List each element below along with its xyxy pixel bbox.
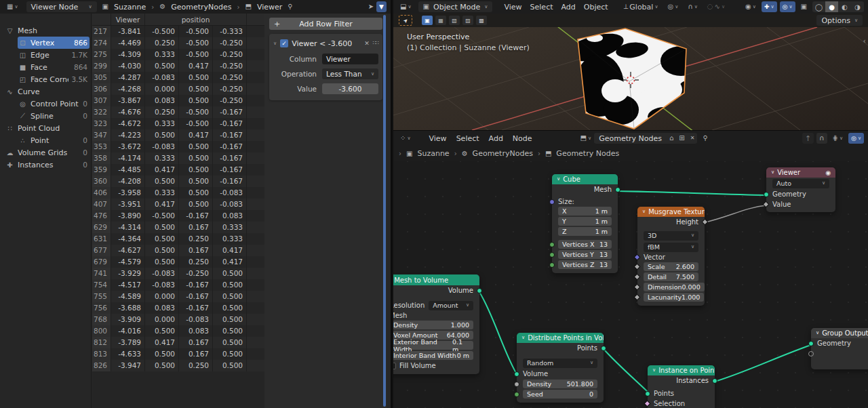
collapse-icon[interactable]: ∨ xyxy=(642,209,646,214)
pin-icon[interactable]: ⚲ xyxy=(288,3,292,10)
fake-user-button[interactable]: ⌂ xyxy=(667,133,676,144)
detail-socket[interactable] xyxy=(634,274,641,281)
sidebar-item-face-corner[interactable]: ◰Face Corner3.5K xyxy=(0,73,91,85)
selection-filter-icon[interactable]: ➤ xyxy=(368,3,374,10)
menu-node[interactable]: Node xyxy=(511,134,534,143)
table-row[interactable]: 812-3.7890.4170.1670.500 xyxy=(92,337,264,348)
drag-grip-icon[interactable]: ∷∷ xyxy=(373,41,378,46)
sidebar-item-instances[interactable]: ✚Instances0 xyxy=(0,159,91,171)
collapse-icon[interactable]: ∨ xyxy=(652,368,656,373)
dimension-field[interactable]: Dimension0.000 xyxy=(644,283,705,291)
dimension-socket[interactable] xyxy=(634,284,641,291)
table-row[interactable]: 358-4.1740.3330.500-0.167 xyxy=(92,152,264,164)
node-group-output[interactable]: ∨ Group Output Geometry xyxy=(811,328,868,369)
sidebar-item-volume-grids[interactable]: ☁Volume Grids0 xyxy=(0,146,91,159)
table-row[interactable]: 406-3.9580.3330.500-0.083 xyxy=(92,187,264,199)
table-row[interactable]: 360-4.2080.5000.500-0.167 xyxy=(92,176,264,187)
menu-view[interactable]: View xyxy=(502,3,524,12)
breadcrumb-object[interactable]: Suzanne xyxy=(114,3,146,12)
interior-band-width-field[interactable]: Interior Band Width0 m xyxy=(393,351,473,360)
go-to-parent-button[interactable]: ↑ xyxy=(802,133,814,144)
select-mode-invert-button[interactable]: ▨ xyxy=(462,16,473,25)
node-instance-on-points[interactable]: ∨ Instance on Points Instances Points Se… xyxy=(648,365,715,408)
unlink-button[interactable]: ✕ xyxy=(688,133,698,144)
proportional-edit-dropdown[interactable]: ◌ ∿ ∨ xyxy=(705,1,728,12)
pivot-dropdown[interactable]: ◎ ∨ xyxy=(665,1,682,12)
chevron-down-icon[interactable]: ∨ xyxy=(273,41,277,46)
points-input-socket[interactable] xyxy=(645,391,650,396)
vertices-y-field[interactable]: Vertices Y13 xyxy=(558,250,612,259)
menu-object[interactable]: Object xyxy=(582,3,610,12)
sidebar-item-vertex[interactable]: ⊡Vertex866 xyxy=(0,37,91,49)
sidebar-item-mesh[interactable]: ▽Mesh xyxy=(0,24,91,37)
selection-input-socket[interactable] xyxy=(644,401,651,407)
row-filter-toggle[interactable]: ▼ xyxy=(376,1,387,12)
tree-type-button[interactable]: ⬒ ∨ xyxy=(578,133,595,144)
sidebar-item-spline[interactable]: ⟋Spline0 xyxy=(0,110,91,122)
viewer-column-header[interactable]: Viewer xyxy=(111,14,145,25)
table-row[interactable]: 677-4.6270.5000.1670.417 xyxy=(92,245,264,256)
editor-type-button[interactable]: ▦ ∨ xyxy=(4,1,21,12)
shading-wireframe-button[interactable]: ◯ xyxy=(812,1,825,12)
table-row[interactable]: 323-4.6720.333-0.500-0.167 xyxy=(92,118,264,129)
breadcrumb-modifier[interactable]: GeometryNodes xyxy=(171,3,231,12)
snap-mode-dropdown[interactable]: ⋕ ∨ xyxy=(830,133,846,144)
menu-select[interactable]: Select xyxy=(528,3,555,12)
node-distribute-points-in-volume[interactable]: ∨ Distribute Points in Volume Points Ran… xyxy=(517,333,604,403)
volume-output-socket[interactable] xyxy=(477,288,482,293)
table-row[interactable]: 305-4.287-0.0830.500-0.250 xyxy=(92,72,264,83)
sidebar-item-point[interactable]: ∴Point0 xyxy=(0,134,91,146)
table-row[interactable]: 741-3.929-0.083-0.2500.500 xyxy=(92,268,264,279)
table-row[interactable]: 800-4.0160.5000.0830.500 xyxy=(92,325,264,337)
viewport-canvas[interactable]: User Perspective (1) Collection | Suzann… xyxy=(393,27,868,130)
table-row[interactable]: 353-3.672-0.0830.500-0.167 xyxy=(92,141,264,152)
table-row[interactable]: 359-4.4850.4170.500-0.167 xyxy=(92,164,264,176)
value-field[interactable]: -3.600 xyxy=(322,83,378,94)
breadcrumb-tree[interactable]: Geometry Nodes xyxy=(556,149,619,158)
seed-socket[interactable] xyxy=(514,392,519,397)
table-row[interactable]: 813-4.6330.5000.1670.500 xyxy=(92,348,264,360)
scale-socket[interactable] xyxy=(634,264,641,270)
points-output-socket[interactable] xyxy=(601,346,606,351)
sidebar-item-edge[interactable]: ◫Edge1.7K xyxy=(0,49,91,61)
table-row[interactable]: 307-3.8670.0830.500-0.250 xyxy=(92,95,264,106)
geometry-input-socket[interactable] xyxy=(764,192,769,197)
dataset-selector[interactable]: Viewer Node ∨ xyxy=(26,1,97,12)
table-row[interactable]: 629-4.3140.5000.1670.333 xyxy=(92,222,264,233)
pin-icon[interactable]: ⚲ xyxy=(703,135,707,142)
table-row[interactable]: 347-4.2230.5000.417-0.167 xyxy=(92,129,264,141)
seed-field[interactable]: Seed0 xyxy=(523,390,597,399)
breadcrumb-object[interactable]: Suzanne xyxy=(417,149,449,158)
node-editor-type-button[interactable]: ⁘ ∨ xyxy=(397,133,414,144)
viewer-domain-dropdown[interactable]: Auto∨ xyxy=(772,179,829,188)
size-y-field[interactable]: Y1 m xyxy=(558,217,612,226)
orientation-dropdown[interactable]: ⟂ Global ∨ xyxy=(621,1,661,12)
collapse-icon[interactable]: ∨ xyxy=(557,177,560,182)
scale-field[interactable]: Scale2.600 xyxy=(644,262,698,271)
sidebar-collapse-arrow[interactable]: ‹ xyxy=(863,37,866,45)
table-row[interactable]: 826-3.9470.5000.2500.500 xyxy=(92,360,264,371)
value-input-socket[interactable] xyxy=(763,201,770,208)
vector-input-socket[interactable] xyxy=(634,254,641,261)
table-row[interactable]: 476-3.890-0.500-0.1670.083 xyxy=(92,210,264,222)
suzanne-viewer-cube[interactable] xyxy=(563,28,701,129)
select-mode-intersect-button[interactable]: ▩ xyxy=(476,16,487,25)
node-canvas[interactable]: ∨ Cube Mesh Size: X1 m Y1 m Z1 m Vertice… xyxy=(393,131,868,408)
size-input-socket[interactable] xyxy=(549,199,555,205)
sidebar-item-control-point[interactable]: ◎Control Point0 xyxy=(0,98,91,110)
node-mesh-to-volume[interactable]: ∨ Mesh to Volume Volume ResolutionAmount… xyxy=(393,274,479,374)
virtual-socket[interactable] xyxy=(808,351,814,356)
node-musgrave-texture[interactable]: ∨ Musgrave Texture Height 3D∨ fBM∨ Vecto… xyxy=(637,207,705,306)
sidebar-item-curve[interactable]: ∿Curve xyxy=(0,85,91,98)
height-output-socket[interactable] xyxy=(702,219,709,226)
scrollbar[interactable] xyxy=(383,15,386,407)
column-input[interactable]: Viewer xyxy=(322,54,378,64)
vertices-x-socket[interactable] xyxy=(549,242,555,247)
snap-toggle[interactable]: ∩ xyxy=(816,133,827,144)
xray-toggle[interactable]: ▣ xyxy=(798,1,810,12)
active-tool-button[interactable]: ➤ xyxy=(399,15,412,26)
filter-enabled-checkbox[interactable]: ✓ xyxy=(280,39,288,47)
sidebar-item-face[interactable]: ■Face864 xyxy=(0,61,91,73)
collapse-icon[interactable]: ∨ xyxy=(816,331,819,335)
select-mode-new-button[interactable]: ▣ xyxy=(422,16,433,25)
